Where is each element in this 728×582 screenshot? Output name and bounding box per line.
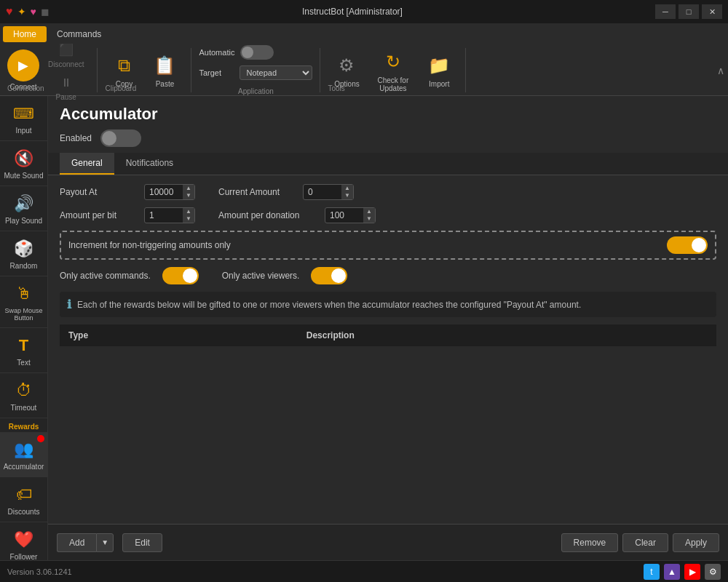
paste-button[interactable]: 📋 Paste: [146, 49, 183, 91]
sidebar-item-text[interactable]: T Text: [0, 328, 47, 373]
edit-button[interactable]: Edit: [122, 533, 162, 552]
mute-sound-icon: 🔇: [12, 147, 36, 170]
twitch-icon[interactable]: ▲: [664, 564, 680, 580]
status-icons: t ▲ ▶ ⚙: [644, 564, 721, 580]
text-icon: T: [12, 334, 36, 357]
title-bar: ♥ ✦ ♥ ◼ InstructBot [Administrator] ─ □ …: [0, 0, 728, 23]
refresh-icon: ↻: [380, 49, 406, 75]
sidebar-item-follower[interactable]: ❤️ Follower: [0, 522, 47, 560]
twitter-logo: t: [650, 567, 652, 577]
payout-at-down[interactable]: ▼: [183, 192, 194, 199]
twitch-logo: ▲: [668, 567, 676, 577]
accumulator-badge: [37, 435, 44, 442]
window-controls: ─ □ ✕: [655, 4, 722, 19]
only-active-viewers-toggle[interactable]: [311, 267, 347, 284]
disconnect-icon: ⬛: [56, 40, 76, 60]
ribbon-connection-group: ▶ Connect ⬛ Disconnect ⏸ Pause Connectio…: [0, 48, 98, 92]
only-active-viewers-label: Only active viewers.: [222, 271, 300, 281]
bottom-left: Add ▼ Edit: [57, 533, 162, 552]
info-text: Each of the rewards below will be gifted…: [77, 300, 581, 310]
amount-per-bit-down[interactable]: ▼: [183, 215, 194, 223]
automatic-toggle[interactable]: [240, 45, 274, 60]
import-button[interactable]: 📁 Import: [420, 49, 458, 91]
content-header: Accumulator Enabled: [48, 96, 728, 153]
follower-icon: ❤️: [12, 528, 36, 551]
disconnect-button[interactable]: ⬛ Disconnect: [42, 39, 90, 70]
payout-at-up[interactable]: ▲: [183, 185, 194, 192]
add-split-button: Add ▼: [57, 533, 114, 552]
sidebar-item-random[interactable]: 🎲 Random: [0, 231, 47, 276]
ribbon-collapse-button[interactable]: ∧: [713, 45, 728, 95]
accumulator-icon: 👥: [12, 438, 36, 461]
ribbon-application-group: Automatic Target Notepad Application: [191, 48, 320, 92]
connect-button[interactable]: ▶: [7, 49, 39, 81]
amount-per-bit-arrows: ▲ ▼: [183, 208, 194, 223]
tab-general[interactable]: General: [60, 153, 114, 175]
rewards-table: Type Description: [60, 324, 716, 346]
maximize-button[interactable]: □: [678, 4, 699, 19]
target-select[interactable]: Notepad: [240, 65, 312, 80]
add-dropdown-arrow[interactable]: ▼: [96, 533, 114, 552]
bottom-right: Remove Clear Apply: [561, 533, 719, 552]
amount-per-bit-up[interactable]: ▲: [183, 208, 194, 215]
import-icon: 📁: [426, 52, 452, 79]
enabled-toggle[interactable]: [100, 129, 141, 147]
input-label: Input: [15, 127, 31, 135]
sidebar-item-swap-mouse[interactable]: 🖱 Swap Mouse Button: [0, 276, 47, 328]
sidebar-item-discounts[interactable]: 🏷 Discounts: [0, 477, 47, 522]
increment-toggle[interactable]: [667, 236, 708, 254]
amount-per-donation-up[interactable]: ▲: [363, 208, 375, 215]
copy-icon: ⧉: [111, 52, 137, 79]
apply-button[interactable]: Apply: [673, 533, 719, 552]
sidebar-item-mute-sound[interactable]: 🔇 Mute Sound: [0, 141, 47, 186]
current-amount-down[interactable]: ▼: [341, 192, 353, 199]
main-layout: ⌨ Input 🔇 Mute Sound 🔊 Play Sound 🎲 Rand…: [0, 96, 728, 560]
add-button[interactable]: Add: [57, 533, 96, 552]
enabled-label: Enabled: [60, 133, 92, 143]
play-icon: ▶: [18, 57, 28, 73]
info-row: ℹ Each of the rewards below will be gift…: [60, 292, 716, 317]
check-updates-button[interactable]: ↻ Check for Updates: [371, 46, 414, 95]
menu-item-home[interactable]: Home: [3, 26, 47, 42]
tab-notifications[interactable]: Notifications: [114, 153, 185, 175]
paste-label: Paste: [156, 80, 175, 88]
close-button[interactable]: ✕: [702, 4, 722, 19]
sidebar-item-accumulator[interactable]: 👥 Accumulator: [0, 432, 47, 477]
app-icon-dark: ◼: [41, 6, 50, 17]
minimize-button[interactable]: ─: [655, 4, 676, 19]
increment-label: Increment for non-triggering amounts onl…: [68, 240, 231, 250]
clear-button[interactable]: Clear: [622, 533, 668, 552]
sidebar-item-play-sound[interactable]: 🔊 Play Sound: [0, 186, 47, 231]
twitter-icon[interactable]: t: [644, 564, 660, 580]
settings-status-icon[interactable]: ⚙: [705, 564, 721, 580]
amount-per-donation-spinner: ▲ ▼: [325, 207, 376, 223]
current-amount-label: Current Amount: [218, 187, 291, 197]
paste-icon: 📋: [151, 52, 178, 79]
sidebar-item-input[interactable]: ⌨ Input: [0, 96, 47, 141]
only-active-commands-toggle[interactable]: [162, 267, 199, 284]
payout-at-label: Payout At: [60, 187, 132, 197]
pause-icon: ⏸: [56, 73, 76, 93]
remove-button[interactable]: Remove: [561, 533, 619, 552]
app-icon-red: ♥: [6, 5, 13, 18]
youtube-icon[interactable]: ▶: [684, 564, 700, 580]
payout-at-spinner: ▲ ▼: [144, 184, 195, 200]
discounts-label: Discounts: [8, 508, 40, 516]
amount-per-bit-label: Amount per bit: [60, 210, 132, 220]
rewards-section-label: Rewards: [0, 418, 47, 432]
youtube-logo: ▶: [689, 567, 696, 577]
play-sound-icon: 🔊: [12, 192, 36, 215]
tabs: General Notifications: [48, 153, 728, 175]
sidebar-item-timeout[interactable]: ⏱ Timeout: [0, 373, 47, 418]
connection-group-label: Connection: [7, 84, 44, 92]
amount-per-donation-down[interactable]: ▼: [363, 215, 375, 223]
clipboard-group-label: Clipboard: [105, 84, 136, 92]
col-description: Description: [298, 324, 716, 346]
app-icon-pink: ♥: [31, 6, 36, 17]
amount-per-donation-label: Amount per donation: [218, 210, 313, 220]
app-icon-orange: ✦: [17, 6, 26, 17]
current-amount-up[interactable]: ▲: [341, 185, 353, 192]
payout-at-arrows: ▲ ▼: [183, 185, 194, 199]
pause-button[interactable]: ⏸ Pause: [42, 71, 90, 103]
window-title: InstructBot [Administrator]: [50, 7, 655, 17]
